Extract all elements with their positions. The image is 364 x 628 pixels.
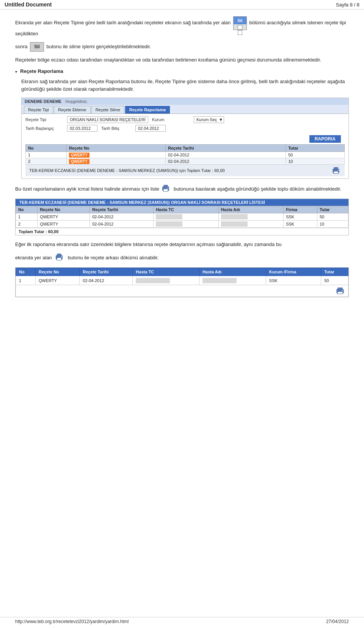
print-icon-detail-bottom[interactable] — [336, 287, 344, 295]
dtd-hasta-adi — [199, 276, 266, 285]
val-tarih-baslangic: 02.03.2012 — [67, 125, 97, 132]
label-recete-tipi: Reçete Tipi — [25, 117, 63, 122]
para5-text1: Bu özet raporlamaların aylık icmal liste… — [15, 185, 159, 193]
dtd-hasta-tc — [133, 276, 199, 285]
recete-raporlama-section: • Reçete Raporlama — [15, 68, 349, 75]
table-row: 2 QWERTY 02-04-2012 10 — [26, 158, 345, 165]
val-recete-tipi: ORGAN NAKLİ SONRASI REÇETELERİ — [67, 116, 148, 123]
qwerty-badge: QWERTY — [69, 153, 89, 158]
lth-recete-no: Reçete No — [38, 206, 90, 213]
ltd-recete-no: QWERTY — [38, 221, 90, 228]
ltd-no: 2 — [16, 221, 38, 228]
document-title: Untitled Document — [5, 2, 52, 8]
blurred-tc — [156, 214, 182, 219]
para6-text2: ekranda yer alan — [15, 254, 52, 262]
print-icon-detail[interactable] — [55, 253, 65, 263]
dtd-recete-no: QWERTY — [36, 276, 80, 285]
para2-text1: sonra — [15, 44, 28, 49]
blurred-ad — [221, 221, 248, 227]
ltd-hasta-tc — [154, 213, 219, 221]
list-box: TEB-KEREM ECZANESİ (DENEME DENEME - SAMS… — [15, 199, 349, 235]
ltd-hasta-adi — [218, 221, 284, 228]
para-detay-desc: Eğer ilk raporlama ekranında satır üzeri… — [15, 241, 349, 248]
blurred-tc — [156, 221, 182, 227]
para-toplu-doküm: Bu özet raporlamaların aylık icmal liste… — [15, 184, 349, 194]
page-number: Sayfa 8 / 8 — [336, 2, 359, 8]
qwerty-badge: QWERTY — [69, 159, 89, 164]
tab-recete-tipi[interactable]: Reçete Tipi — [24, 106, 53, 114]
th-recete-no: Reçete No — [66, 145, 165, 152]
para1-text1: Ekranda yer alan Reçete Tipine göre bell… — [15, 20, 231, 25]
td-no: 1 — [26, 152, 67, 158]
recete-raporlama-heading: Reçete Raporlama — [20, 68, 63, 74]
lth-tutar: Tutar — [317, 206, 348, 213]
dtd-firma: SSK — [266, 276, 321, 285]
ltd-tarih: 02-04-2012 — [90, 221, 154, 228]
val-kurum[interactable]: Kurum Seç ▼ — [194, 116, 224, 123]
lth-hasta-adi: Hasta Adı — [218, 206, 284, 213]
para6-text3: butonu ile reçete arkası dökümü alınabil… — [68, 254, 159, 262]
td-tutar: 50 — [286, 152, 345, 158]
sil-checkbox1 — [238, 25, 242, 30]
dropdown-arrow-icon: ▼ — [219, 117, 223, 122]
th-recete-tarihi: Reçete Tarihi — [165, 145, 286, 152]
page-header: Untitled Document Sayfa 8 / 8 — [0, 0, 364, 9]
bullet-icon: • — [15, 68, 17, 75]
form-row-tarih: Tarih Başlangıç 02.03.2012 Tarih Bitiş 0… — [25, 125, 345, 132]
svg-rect-13 — [338, 288, 342, 290]
main-content: Ekranda yer alan Reçete Tipine göre bell… — [0, 9, 364, 314]
val-tarih-bitis: 02.04.2012 — [135, 125, 166, 132]
list-total-row: Toplam Tutar : 60,00 — [16, 228, 348, 235]
svg-rect-5 — [164, 185, 168, 188]
para2-text2: butonu ile silme işlemi gerçekleştirileb… — [46, 44, 151, 49]
dth-hasta-tc: Hasta TC — [133, 268, 199, 276]
greet-text: Hoşgeldiniz. — [65, 99, 88, 104]
ltd-no: 1 — [16, 213, 38, 221]
sil-icon-box: Sil — [233, 16, 247, 30]
print-icon-inline[interactable] — [162, 184, 171, 194]
ui-topbar: DENEME DENEME Hoşgeldiniz. — [22, 98, 348, 105]
list-row: 2 QWERTY 02-04-2012 SSK 10 — [16, 221, 348, 228]
raporia-row: RAPORIA — [25, 134, 345, 144]
td-tutar: 10 — [286, 158, 345, 165]
tab-recete-silme[interactable]: Reçete Silme — [91, 106, 124, 114]
dth-tutar: Tutar — [321, 268, 348, 276]
ui-form: Reçete Tipi ORGAN NAKLİ SONRASI REÇETELE… — [22, 114, 348, 178]
label-kurum: Kurum — [152, 117, 190, 122]
para3-text: Reçeteler bölge eczacı odası tarafından … — [15, 57, 321, 63]
para5-text2: butonuna basılarak aşağıda göründüğü şek… — [174, 185, 341, 193]
svg-rect-10 — [57, 258, 61, 260]
td-no: 2 — [26, 158, 67, 165]
para-detay-print: ekranda yer alan butonu ile reçete arkas… — [15, 253, 349, 263]
tab-recete-ekleme[interactable]: Reçete Ekleme — [54, 106, 91, 114]
detail-row-empty — [16, 285, 348, 297]
ltd-recete-no: QWERTY — [38, 213, 90, 221]
dtd-tutar: 50 — [321, 276, 348, 285]
dth-hasta-adi: Hasta Adı — [199, 268, 266, 276]
svg-point-11 — [61, 256, 62, 257]
form-row-recete-tipi: Reçete Tipi ORGAN NAKLİ SONRASI REÇETELE… — [25, 116, 345, 123]
list-box-header: TEB-KEREM ECZANESİ (DENEME DENEME - SAMS… — [16, 199, 348, 206]
para-rapor-desc: Ekranın sağ tarafında yer alan Reçete Ra… — [21, 78, 349, 93]
tab-recete-raporlama[interactable]: Reçete Raporlama — [125, 106, 170, 114]
print-icon[interactable] — [332, 166, 340, 175]
detail-table: No Reçete No Reçete Tarihi Hasta TC Hast… — [16, 268, 348, 297]
label-tarih-baslangic: Tarih Başlangıç — [25, 126, 63, 131]
ltd-hasta-tc — [154, 221, 219, 228]
list-table: No Reçete No Reçete Tarihi Hasta TC Hast… — [16, 206, 348, 228]
ltd-firma: SSK — [284, 221, 317, 228]
app-name: DENEME DENEME — [25, 99, 61, 104]
dth-recete-no: Reçete No — [36, 268, 80, 276]
para-silme-buton: sonra Sil butonu ile silme işlemi gerçek… — [15, 42, 349, 52]
ltd-tutar: 10 — [317, 221, 348, 228]
svg-rect-6 — [163, 189, 168, 192]
table-row: 1 QWERTY 02-04-2012 50 — [26, 152, 345, 158]
lth-no: No — [16, 206, 38, 213]
ltd-tutar: 50 — [317, 213, 348, 221]
label-tarih-bitis: Tarih Bitiş — [101, 126, 132, 131]
recete-raporlama-ui-box: DENEME DENEME Hoşgeldiniz. Reçete Tipi R… — [21, 98, 349, 179]
th-no: No — [26, 145, 67, 152]
raporia-button[interactable]: RAPORIA — [309, 135, 341, 143]
blurred-ad2 — [202, 278, 237, 283]
lth-firma: Firma — [284, 206, 317, 213]
